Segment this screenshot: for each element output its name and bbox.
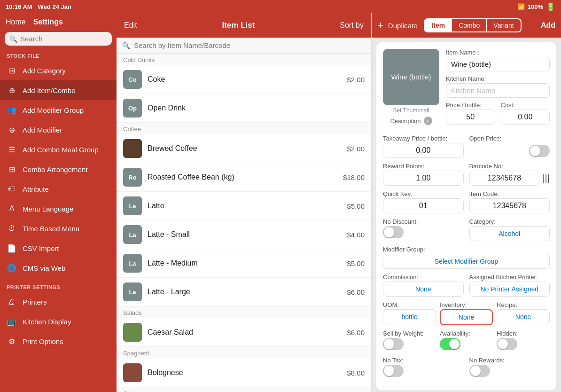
price-input[interactable] xyxy=(446,110,495,125)
availability-toggle[interactable] xyxy=(440,338,460,350)
cms-via-web-icon: 🌐 xyxy=(7,263,17,273)
sidebar-item-label: Add Combo Meal Group xyxy=(23,146,99,154)
open-price-toggle[interactable] xyxy=(529,145,550,157)
recipe-button[interactable]: None xyxy=(497,309,550,324)
category-header: Cakes xyxy=(117,387,371,392)
sidebar-item-add-category[interactable]: ⊞Add Category xyxy=(0,61,117,80)
barcode-label: Barcode No: xyxy=(469,163,550,170)
cost-input[interactable] xyxy=(501,110,550,125)
barcode-col: Barcode No: ||| xyxy=(469,163,550,186)
sidebar-item-label: Add Category xyxy=(23,67,66,75)
sidebar-header: Home Settings xyxy=(0,13,117,30)
sidebar-item-add-item-combo[interactable]: ⊕Add Item/Combo xyxy=(0,80,117,100)
sidebar-item-attribute[interactable]: 🏷Attribute xyxy=(0,179,117,199)
quick-key-input[interactable] xyxy=(383,198,464,213)
no-tax-toggle[interactable] xyxy=(383,365,404,377)
sell-by-weight-col: Sell by Weight: xyxy=(383,330,436,352)
item-name: Coke xyxy=(148,75,341,84)
sidebar-item-kitchen-display[interactable]: 📺Kitchen Display xyxy=(0,312,117,331)
add-plus-icon[interactable]: + xyxy=(377,19,383,31)
battery-label: 100% xyxy=(528,3,543,10)
sidebar-item-printers[interactable]: 🖨Printers xyxy=(0,292,117,312)
print-options-icon: ⚙ xyxy=(7,336,17,346)
list-item[interactable]: Bolognese$8.00 xyxy=(117,359,371,387)
item-name-input[interactable] xyxy=(446,57,550,71)
sidebar-item-add-modifier[interactable]: ⊕Add Modifier xyxy=(0,120,117,140)
tab-item[interactable]: Item xyxy=(425,19,452,31)
uom-button[interactable]: bottle xyxy=(383,309,436,324)
list-item[interactable]: LaLatte$5.00 xyxy=(117,192,371,220)
printer-col: Assigned Kitchen Printer: No Printer Ass… xyxy=(469,274,550,297)
sort-by-button[interactable]: Sort by xyxy=(340,21,364,30)
list-item[interactable]: LaLatte - Small$4.00 xyxy=(117,220,371,249)
no-rewards-toggle[interactable] xyxy=(469,365,490,377)
item-image-box[interactable]: Wine (bottle) xyxy=(383,49,439,105)
item-thumb: La xyxy=(123,196,142,215)
sell-availability-hidden-row: Sell by Weight: Availability: Hidden: xyxy=(383,330,550,352)
modifier-group-section: Modifier Group: Select Modifier Group xyxy=(383,246,550,269)
home-link[interactable]: Home xyxy=(6,18,26,26)
duplicate-button[interactable]: Duplicate xyxy=(388,22,418,30)
list-item[interactable]: LaLatte - Large$6.00 xyxy=(117,278,371,306)
takeaway-open-price-row: Takeaway Price / bottle: Open Price: xyxy=(383,135,550,158)
sidebar-item-label: Kitchen Display xyxy=(23,318,71,326)
sidebar-item-time-based-menu[interactable]: ⏱Time Based Menu xyxy=(0,219,117,238)
list-item[interactable]: RoRoasted Coffee Bean (kg)$18.00 xyxy=(117,163,371,192)
select-modifier-group-button[interactable]: Select Modifier Group xyxy=(383,254,550,269)
sidebar-item-combo-arrangement[interactable]: ⊞Combo Arrangement xyxy=(0,159,117,179)
item-search-input[interactable] xyxy=(134,41,366,49)
takeaway-price-input[interactable] xyxy=(383,143,464,158)
date: Wed 24 Jan xyxy=(38,3,71,10)
list-item[interactable]: Brewed Coffee$2.00 xyxy=(117,134,371,163)
inventory-button[interactable]: None xyxy=(440,309,493,325)
sidebar-item-cms-via-web[interactable]: 🌐CMS via Web xyxy=(0,258,117,278)
sidebar-search-box[interactable]: 🔍 xyxy=(5,32,112,46)
description-label: Description xyxy=(390,118,421,125)
item-list-title: Item List xyxy=(222,21,255,30)
printer-button[interactable]: No Printer Assigned xyxy=(469,282,550,297)
detail-card: Wine (bottle) Set Thumbnail Description … xyxy=(376,42,556,390)
sidebar-item-add-modifier-group[interactable]: 👥Add Modifier Group xyxy=(0,100,117,120)
list-item[interactable]: OpOpen Drink xyxy=(117,94,371,123)
barcode-scan-icon[interactable]: ||| xyxy=(542,173,550,184)
category-button[interactable]: Alcohol xyxy=(469,226,550,241)
barcode-row: ||| xyxy=(469,171,550,186)
reward-barcode-row: Reward Points: Barcode No: ||| xyxy=(383,163,550,186)
sidebar-item-csv-import[interactable]: 📄CSV Import xyxy=(0,238,117,258)
item-thumb: La xyxy=(123,225,142,244)
list-item[interactable]: Caesar Salad$6.00 xyxy=(117,318,371,347)
detail-fields: Item Name : Kitchen Name: Price / bottle… xyxy=(446,49,550,129)
sidebar-search-input[interactable] xyxy=(20,35,107,43)
battery-icon: 🔋 xyxy=(546,2,555,11)
list-item[interactable]: CoCoke$2.00 xyxy=(117,65,371,94)
tab-combo[interactable]: Combo xyxy=(452,19,487,31)
sidebar-item-add-combo-meal-group[interactable]: ☰Add Combo Meal Group xyxy=(0,140,117,159)
uom-inventory-recipe-row: UOM: bottle Inventory: None Recipe: None xyxy=(383,301,550,325)
reward-points-label: Reward Points: xyxy=(383,163,464,170)
no-discount-toggle[interactable] xyxy=(383,226,404,238)
menu-language-icon: A xyxy=(7,204,17,214)
hidden-toggle[interactable] xyxy=(497,338,517,350)
attribute-icon: 🏷 xyxy=(7,184,17,194)
sidebar-item-menu-language[interactable]: AMenu Language xyxy=(0,199,117,219)
sidebar: Home Settings 🔍 STOCK FILE ⊞Add Category… xyxy=(0,13,117,392)
barcode-input[interactable] xyxy=(469,171,540,186)
item-thumb xyxy=(123,363,142,382)
list-item[interactable]: LaLatte - Medium$5.00 xyxy=(117,249,371,278)
reward-points-input[interactable] xyxy=(383,171,464,186)
item-code-label: Item Code: xyxy=(469,190,550,197)
kitchen-name-input[interactable] xyxy=(446,83,550,98)
info-icon[interactable]: i xyxy=(424,117,432,125)
printer-settings-section-label: PRINTER SETTINGS xyxy=(0,282,117,292)
tab-variant[interactable]: Variant xyxy=(487,19,520,31)
add-button[interactable]: Add xyxy=(541,21,555,30)
item-thumb: La xyxy=(123,282,142,301)
set-thumbnail-button[interactable]: Set Thumbnail xyxy=(393,107,429,114)
status-bar: 10:16 AM Wed 24 Jan 📶 100% 🔋 xyxy=(0,0,561,13)
item-code-input[interactable] xyxy=(469,198,550,213)
edit-button[interactable]: Edit xyxy=(124,21,137,30)
sidebar-item-label: Print Options xyxy=(23,337,63,345)
commission-button[interactable]: None xyxy=(383,282,464,297)
sidebar-item-print-options[interactable]: ⚙Print Options xyxy=(0,331,117,351)
sell-by-weight-toggle[interactable] xyxy=(383,338,404,350)
